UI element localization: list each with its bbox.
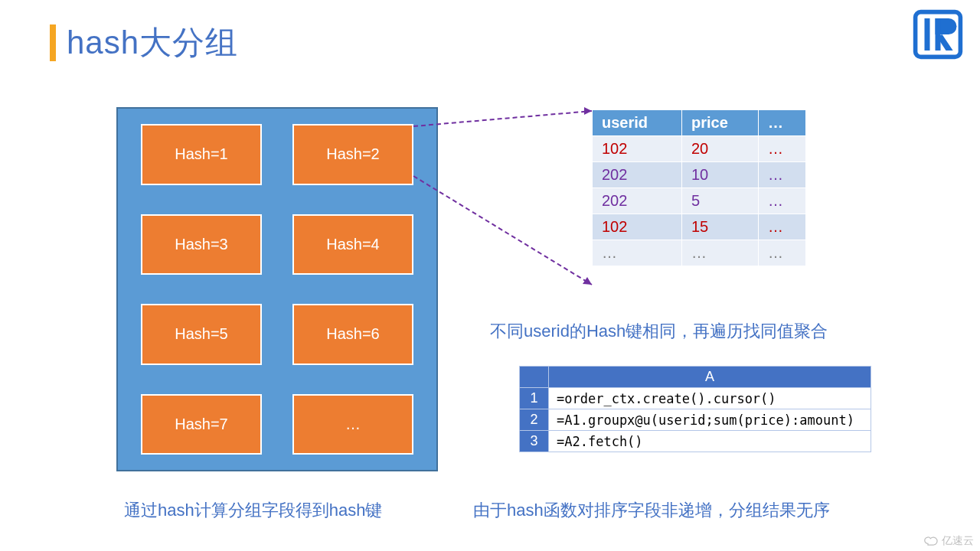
watermark: 亿速云: [924, 534, 974, 548]
svg-line-5: [413, 176, 592, 285]
slide-title: hash大分组: [50, 21, 238, 64]
bucket-data-table: userid price … 10220… 20210… 2025… 10215…: [592, 109, 806, 266]
hash-cell: Hash=4: [292, 214, 413, 276]
svg-marker-4: [584, 107, 592, 115]
code-table: A 1=order_ctx.create().cursor() 2=A1.gro…: [519, 366, 871, 452]
hash-cell: Hash=3: [141, 214, 262, 276]
corner-cell: [520, 367, 549, 388]
cell: 102: [593, 136, 682, 162]
cell: …: [593, 240, 682, 266]
cell: 20: [681, 136, 758, 162]
code-cell: =A1.groupx@u(userid;sum(price):amount): [549, 409, 871, 431]
col-header: userid: [593, 110, 682, 136]
brand-logo: [911, 8, 965, 61]
cell: 202: [593, 188, 682, 214]
hash-cell: …: [292, 394, 413, 455]
col-header: price: [681, 110, 758, 136]
rownum: 1: [520, 388, 549, 409]
hash-cell: Hash=2: [292, 124, 413, 185]
cell: …: [759, 162, 806, 188]
svg-line-3: [413, 111, 592, 126]
hash-cell: Hash=1: [141, 124, 262, 185]
cell: …: [759, 188, 806, 214]
cell: 15: [681, 214, 758, 240]
cell: …: [681, 240, 758, 266]
code-cell: =order_ctx.create().cursor(): [549, 388, 871, 409]
cell: 202: [593, 162, 682, 188]
caption-hashkey-same: 不同userid的Hash键相同，再遍历找同值聚合: [490, 320, 828, 343]
cell: 10: [681, 162, 758, 188]
svg-rect-1: [925, 18, 930, 51]
title-text: hash大分组: [67, 21, 238, 64]
cell: …: [759, 214, 806, 240]
rownum: 3: [520, 431, 549, 452]
col-header: …: [759, 110, 806, 136]
hash-cell: Hash=5: [141, 304, 262, 365]
col-header-A: A: [549, 367, 871, 388]
caption-unordered: 由于hash函数对排序字段非递增，分组结果无序: [473, 499, 830, 522]
rownum: 2: [520, 409, 549, 431]
cell: …: [759, 136, 806, 162]
cell: …: [759, 240, 806, 266]
cell: 102: [593, 214, 682, 240]
hash-cell: Hash=7: [141, 394, 262, 455]
svg-marker-6: [583, 277, 592, 285]
title-accent: [50, 24, 56, 61]
watermark-text: 亿速云: [942, 534, 974, 548]
caption-hash-compute: 通过hash计算分组字段得到hash键: [124, 499, 382, 522]
svg-rect-2: [936, 18, 941, 51]
code-cell: =A2.fetch(): [549, 431, 871, 452]
cell: 5: [681, 188, 758, 214]
hash-cell: Hash=6: [292, 304, 413, 365]
hash-bucket-grid: Hash=1 Hash=2 Hash=3 Hash=4 Hash=5 Hash=…: [116, 107, 438, 471]
